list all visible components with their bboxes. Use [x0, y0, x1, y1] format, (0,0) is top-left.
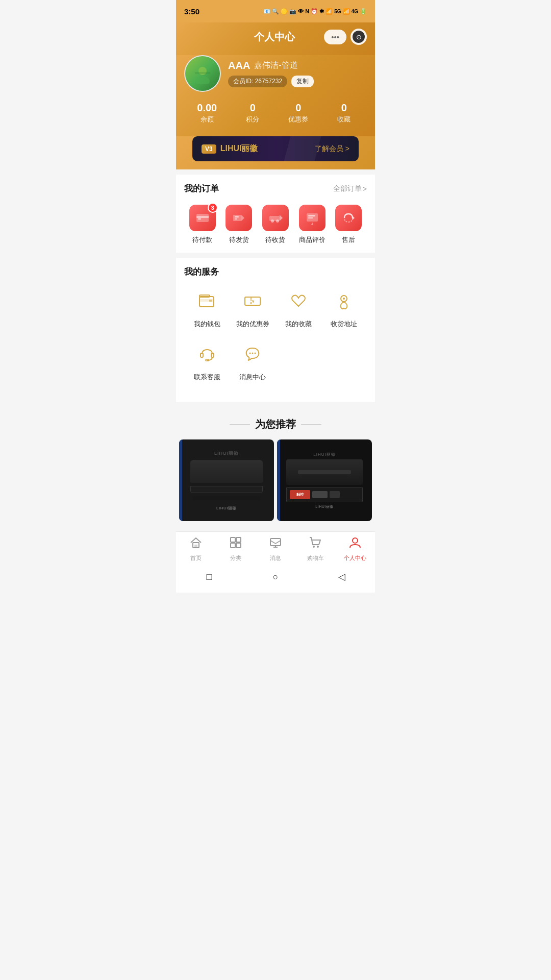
stats-row: 0.00 余额 0 积分 0 优惠券 0 收藏 — [184, 102, 367, 124]
recommend-title: 为您推荐 — [176, 418, 375, 431]
status-bar: 3:50 📧 🔍 🟡 📷 👁 N ⏰ ✱ 📶 5G 📶 4G 🔋 — [176, 0, 375, 22]
avatar[interactable] — [184, 55, 221, 92]
svg-point-33 — [249, 353, 251, 354]
pending-shipment-icon — [226, 205, 252, 231]
all-orders-link[interactable]: 全部订单 > — [333, 184, 367, 193]
stat-balance[interactable]: 0.00 余额 — [184, 102, 230, 124]
service-customer[interactable]: 联系客服 — [184, 341, 230, 382]
store-name: 嘉伟洁-管道 — [254, 60, 297, 71]
profile-section: AAA 嘉伟洁-管道 会员ID: 26757232 复制 0.00 余额 0 积… — [176, 55, 375, 136]
favorites-label: 我的收藏 — [285, 320, 312, 329]
system-square-button[interactable]: □ — [202, 569, 217, 584]
profile-row: AAA 嘉伟洁-管道 会员ID: 26757232 复制 — [184, 55, 367, 92]
svg-point-11 — [271, 219, 274, 223]
order-item-review[interactable]: 商品评价 — [294, 205, 331, 244]
review-label: 商品评价 — [299, 235, 325, 244]
product-card-1[interactable]: LIHUI丽徽 LIHUI丽徽 — [179, 439, 274, 521]
page-title: 个人中心 — [225, 30, 324, 44]
cart-icon — [309, 536, 322, 552]
copy-button[interactable]: 复制 — [291, 76, 314, 87]
svg-rect-2 — [195, 72, 210, 74]
pending-shipment-wrapper — [226, 205, 252, 231]
nav-home[interactable]: 首页 — [176, 536, 216, 562]
username: AAA — [228, 60, 250, 71]
svg-point-26 — [250, 298, 252, 300]
orders-section: 我的订单 全部订单 > 3 待付款 — [176, 175, 375, 253]
service-favorites[interactable]: 我的收藏 — [276, 288, 321, 329]
orders-title: 我的订单 — [184, 183, 219, 194]
services-section: 我的服务 我的钱包 ¥ — [176, 258, 375, 402]
more-button[interactable]: ••• — [324, 30, 346, 44]
order-item-pending-receipt[interactable]: 待收货 — [257, 205, 294, 244]
address-label: 收货地址 — [331, 320, 357, 329]
svg-point-0 — [198, 67, 207, 75]
svg-marker-18 — [353, 216, 355, 220]
stat-coupons[interactable]: 0 优惠券 — [276, 102, 321, 124]
svg-point-46 — [317, 546, 319, 548]
orders-header: 我的订单 全部订单 > — [184, 183, 367, 194]
svg-text:¥: ¥ — [252, 299, 255, 304]
svg-marker-17 — [311, 222, 313, 225]
nav-message[interactable]: 消息 — [256, 536, 295, 562]
header: 个人中心 ••• ⊙ — [176, 22, 375, 55]
order-item-aftersales[interactable]: 售后 — [330, 205, 367, 244]
favorites-label: 收藏 — [321, 115, 367, 124]
svg-rect-21 — [209, 300, 212, 302]
aftersales-wrapper — [335, 205, 362, 231]
review-icon — [299, 205, 325, 231]
system-nav: □ ○ ◁ — [176, 564, 375, 593]
favorites-value: 0 — [321, 102, 367, 114]
svg-rect-42 — [270, 538, 281, 546]
system-home-button[interactable]: ○ — [268, 569, 283, 584]
points-value: 0 — [230, 102, 276, 114]
bottom-nav: 首页 分类 消息 — [176, 531, 375, 564]
pending-payment-badge: 3 — [208, 203, 218, 213]
svg-rect-37 — [194, 545, 197, 548]
nav-cart[interactable]: 购物车 — [295, 536, 335, 562]
wallet-label: 我的钱包 — [194, 320, 220, 329]
service-coupon[interactable]: ¥ 我的优惠券 — [230, 288, 276, 329]
customer-service-label: 联系客服 — [194, 373, 220, 382]
svg-marker-7 — [241, 215, 244, 221]
svg-rect-6 — [233, 215, 241, 221]
member-banner[interactable]: V3 LIHUI丽徽 了解会员 > — [192, 136, 359, 161]
camera-button[interactable]: ⊙ — [350, 29, 367, 45]
coupons-label: 优惠券 — [276, 115, 321, 124]
product-left-bar-2 — [277, 439, 280, 521]
balance-value: 0.00 — [184, 102, 230, 114]
header-actions: ••• ⊙ — [324, 29, 367, 45]
home-icon — [189, 536, 203, 552]
profile-names: AAA 嘉伟洁-管道 — [228, 60, 367, 71]
product-left-bar-1 — [179, 439, 182, 521]
nav-profile[interactable]: 个人中心 — [335, 536, 375, 562]
order-item-pending-shipment[interactable]: 待发货 — [221, 205, 258, 244]
service-address[interactable]: 收货地址 — [321, 288, 367, 329]
pending-shipment-label: 待发货 — [229, 235, 249, 244]
points-label: 积分 — [230, 115, 276, 124]
message-nav-icon — [269, 536, 282, 552]
pending-receipt-wrapper — [262, 205, 289, 231]
customer-service-icon — [194, 341, 220, 368]
order-item-pending-payment[interactable]: 3 待付款 — [184, 205, 221, 244]
stat-favorites[interactable]: 0 收藏 — [321, 102, 367, 124]
pending-receipt-icon — [262, 205, 289, 231]
category-icon — [229, 536, 242, 552]
service-messages[interactable]: 消息中心 — [230, 341, 276, 382]
member-link[interactable]: 了解会员 > — [315, 144, 349, 154]
svg-point-29 — [343, 298, 345, 300]
svg-rect-41 — [236, 543, 241, 548]
system-back-button[interactable]: ◁ — [334, 569, 349, 584]
stat-points[interactable]: 0 积分 — [230, 102, 276, 124]
coupon-label: 我的优惠券 — [236, 320, 269, 329]
nav-category-label: 分类 — [230, 554, 241, 562]
svg-rect-8 — [235, 216, 239, 217]
svg-point-47 — [353, 538, 358, 543]
pending-payment-label: 待付款 — [192, 235, 212, 244]
service-wallet[interactable]: 我的钱包 — [184, 288, 230, 329]
address-icon — [331, 288, 357, 314]
aftersales-icon — [335, 205, 362, 231]
nav-message-label: 消息 — [270, 554, 281, 562]
status-time: 3:50 — [184, 7, 199, 16]
nav-category[interactable]: 分类 — [216, 536, 256, 562]
product-card-2[interactable]: LIHUI丽徽 触控 LIHUI丽徽 — [277, 439, 372, 521]
